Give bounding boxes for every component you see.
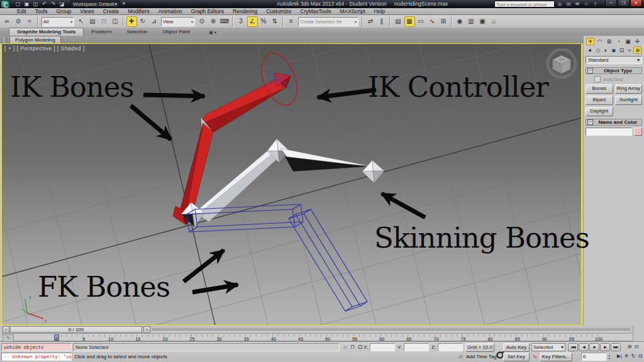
- time-slider-handle[interactable]: 0 / 100: [10, 326, 142, 333]
- manage-layers-icon[interactable]: ▦: [404, 16, 415, 27]
- select-and-scale-icon[interactable]: ⊿: [149, 16, 160, 27]
- rollout-name-and-color[interactable]: − Name and Color: [586, 119, 642, 126]
- create-tab-icon[interactable]: ✳: [586, 38, 594, 45]
- material-editor-icon[interactable]: ◉: [455, 16, 465, 27]
- mirror-icon[interactable]: ⇄: [365, 16, 376, 27]
- angle-snap-toggle-icon[interactable]: ∠: [247, 16, 258, 27]
- select-and-manipulate-icon[interactable]: ⊕: [208, 16, 219, 27]
- menu-item-edit[interactable]: Edit: [13, 8, 31, 15]
- selection-filter-dropdown[interactable]: All▾: [42, 17, 74, 26]
- auto-key-button[interactable]: Auto Key: [503, 343, 530, 352]
- daylight-button[interactable]: Daylight: [586, 107, 613, 116]
- viewport-label[interactable]: [ + ] [ Perspective ] [ Shaded ]: [4, 45, 85, 52]
- shapes-category-icon[interactable]: ◇: [594, 47, 602, 54]
- key-mode-toggle-icon[interactable]: ▶|: [616, 353, 623, 360]
- rectangular-selection-region-icon[interactable]: □: [99, 16, 109, 27]
- skinning-bones-geometry[interactable]: [181, 139, 384, 227]
- search-binoculars-icon[interactable]: ◎: [556, 1, 564, 8]
- maxscript-mini-listener-pink[interactable]: unhide objects: [1, 343, 72, 351]
- subscription-icon[interactable]: ✉: [574, 1, 581, 8]
- absolute-offset-mode-icon[interactable]: ⊡: [357, 343, 364, 351]
- z-coordinate-field[interactable]: [438, 343, 463, 351]
- ribbon-grip[interactable]: [4, 37, 7, 43]
- y-coordinate-field[interactable]: [404, 343, 429, 351]
- menu-item-animation[interactable]: Animation: [154, 8, 187, 15]
- graphite-ribbon-toggle-icon[interactable]: ▭: [416, 16, 426, 27]
- tab-polygon-modeling[interactable]: Polygon Modeling: [9, 36, 61, 44]
- pan-view-icon[interactable]: ✛: [623, 353, 630, 360]
- cameras-category-icon[interactable]: ◙: [610, 47, 618, 54]
- menu-item-rendering[interactable]: Rendering: [228, 8, 262, 15]
- select-and-rotate-icon[interactable]: ↻: [138, 16, 148, 27]
- select-by-name-icon[interactable]: ▤: [87, 16, 98, 27]
- key-mode-dropdown[interactable]: Selected ▾: [531, 343, 565, 351]
- collapse-icon[interactable]: −: [587, 68, 593, 74]
- ribbon-tab-freeform[interactable]: Freeform: [84, 28, 119, 36]
- window-crossing-toggle-icon[interactable]: ◫: [110, 16, 121, 27]
- current-frame-field[interactable]: [581, 353, 606, 361]
- time-tag-icon[interactable]: ▱: [457, 353, 464, 360]
- add-time-tag[interactable]: Add Time Tag: [466, 353, 497, 361]
- utilities-tab-icon[interactable]: ✛: [633, 38, 641, 45]
- x-coordinate-field[interactable]: [370, 343, 395, 351]
- geometry-category-icon[interactable]: ●: [586, 47, 594, 54]
- search-input[interactable]: [495, 2, 554, 8]
- edit-named-selection-sets-icon[interactable]: ≡: [286, 16, 297, 27]
- adaptive-degradation-lightbulb-icon[interactable]: ☼: [341, 343, 348, 351]
- ribbon-overflow-icon[interactable]: ▣ ▾: [209, 30, 216, 36]
- autogrid-checkbox[interactable]: [594, 76, 601, 82]
- select-object-icon[interactable]: ↖: [76, 16, 87, 27]
- set-project-folder-icon[interactable]: ◪: [58, 1, 66, 8]
- select-and-move-icon[interactable]: ✚: [126, 16, 137, 27]
- space-warps-category-icon[interactable]: ≈: [626, 47, 634, 54]
- ring-array-button[interactable]: Ring Array: [615, 84, 643, 94]
- bind-to-space-warp-icon[interactable]: ≈: [25, 16, 35, 27]
- track-bar[interactable]: ∿ 05101520253035404550556065707580859095…: [1, 334, 633, 341]
- modify-tab-icon[interactable]: ◠: [596, 38, 604, 45]
- keyboard-shortcut-override-icon[interactable]: ⌨: [219, 16, 230, 27]
- open-file-icon[interactable]: ▣: [23, 1, 31, 8]
- go-to-start-button[interactable]: |◀◀: [568, 343, 578, 351]
- communication-center-icon[interactable]: ☏: [565, 1, 572, 8]
- menu-item-crymaxtools[interactable]: CryMaxTools: [296, 8, 335, 15]
- curve-editor-icon[interactable]: ∿: [427, 16, 438, 27]
- display-tab-icon[interactable]: ▣: [624, 38, 632, 45]
- biped-button[interactable]: Biped: [586, 96, 613, 105]
- undo-icon[interactable]: ↶: [40, 1, 48, 8]
- menu-item-create[interactable]: Create: [99, 8, 124, 15]
- zoom-region-icon[interactable]: ⊞: [626, 343, 633, 351]
- play-button[interactable]: ▶: [589, 343, 599, 351]
- bones-button[interactable]: Bones: [586, 84, 613, 94]
- ribbon-tab-selection[interactable]: Selection: [119, 28, 155, 36]
- save-file-icon[interactable]: ◫: [31, 1, 40, 8]
- default-in-out-tangents-icon[interactable]: ∿: [531, 353, 538, 360]
- systems-category-icon[interactable]: ⊛: [633, 47, 641, 54]
- rollout-object-type[interactable]: − Object Type: [586, 67, 642, 74]
- menu-item-tools[interactable]: Tools: [31, 8, 52, 15]
- maxscript-mini-listener-white[interactable]: -- Unknown property: "value": [1, 353, 72, 361]
- maximize-button[interactable]: ❐: [618, 0, 630, 7]
- schematic-view-icon[interactable]: ⊞: [438, 16, 449, 27]
- snaps-toggle-3d-icon[interactable]: 3: [236, 16, 247, 27]
- menu-item-views[interactable]: Views: [75, 8, 99, 15]
- next-frame-arrow[interactable]: >: [143, 326, 150, 333]
- maximize-viewport-toggle-icon[interactable]: ⊟: [637, 353, 643, 360]
- object-color-swatch[interactable]: [634, 128, 642, 136]
- select-and-link-icon[interactable]: ∞: [2, 16, 13, 27]
- view-cube-top-label[interactable]: TOP: [558, 58, 564, 62]
- workspace-dropdown[interactable]: Workspace: Default▾: [70, 1, 119, 8]
- go-to-end-button[interactable]: ▶▶|: [611, 343, 621, 351]
- menu-item-graph-editors[interactable]: Graph Editors: [186, 8, 228, 15]
- named-selection-sets-dropdown[interactable]: Create Selection Se▾: [298, 17, 358, 26]
- spinner-snap-toggle-icon[interactable]: ⇅: [270, 16, 280, 27]
- menu-item-modifiers[interactable]: Modifiers: [123, 8, 153, 15]
- toggle-scene-explorer-icon[interactable]: ▤: [393, 16, 404, 27]
- 3ds-max-logo-icon[interactable]: [1, 0, 10, 8]
- ribbon-tab-graphite-modeling-tools[interactable]: Graphite Modeling Tools: [9, 28, 84, 36]
- redo-icon[interactable]: ↷: [49, 1, 57, 8]
- infocenter-help-icon[interactable]: ?: [591, 1, 599, 8]
- infocenter-search[interactable]: [494, 1, 555, 8]
- zoom-extents-all-icon[interactable]: ⊡: [633, 343, 640, 351]
- align-icon[interactable]: ∥: [377, 16, 387, 27]
- selection-lock-toggle-icon[interactable]: ⊓: [349, 343, 356, 351]
